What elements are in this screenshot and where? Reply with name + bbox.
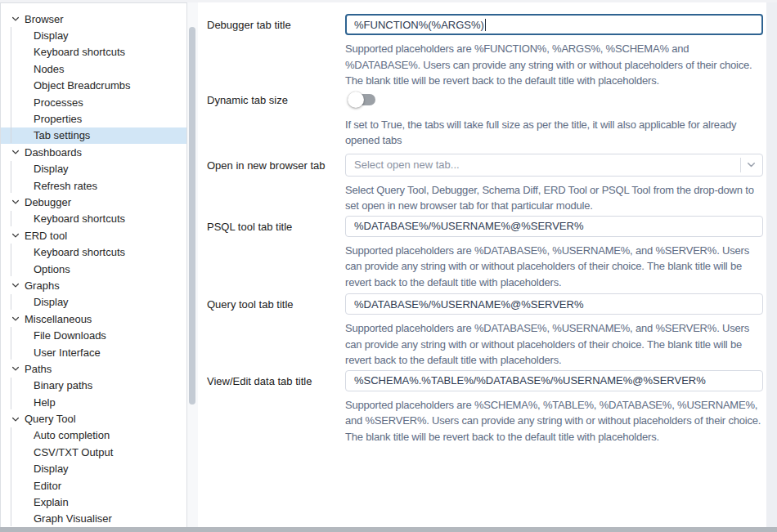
dynamic-tab-size-label: Dynamic tab size [207, 92, 345, 149]
psql-tool-tab-title-label: PSQL tool tab title [207, 216, 345, 291]
psql-tool-tab-title-control-area: Supported placeholders are %DATABASE%, %… [345, 216, 763, 291]
tree-group-browser[interactable]: Browser [1, 11, 186, 27]
view-edit-data-tab-title-help: Supported placeholders are %SCHEMA%, %TA… [345, 397, 763, 445]
tab-settings-form: Debugger tab title%FUNCTION%(%ARGS%)Supp… [207, 14, 763, 445]
chevron-down-icon [11, 14, 20, 24]
tree-item-label: Editor [34, 480, 61, 492]
query-tool-tab-title-label: Query tool tab title [207, 293, 345, 369]
debugger-tab-title-control-area: %FUNCTION%(%ARGS%)Supported placeholders… [345, 14, 763, 89]
chevron-down-icon[interactable] [745, 159, 757, 171]
preferences-tree: BrowserDisplayKeyboard shortcutsNodesObj… [1, 3, 186, 527]
tree-group-miscellaneous[interactable]: Miscellaneous [1, 311, 186, 327]
tree-children-graphs: Display [1, 294, 186, 311]
tree-item-display[interactable]: Display [1, 461, 186, 477]
tree-item-label: Tab settings [34, 129, 90, 141]
tree-item-label: Display [34, 29, 69, 42]
tree-item-label: Object Breadcrumbs [34, 79, 131, 92]
view-edit-data-tab-title-label: View/Edit data tab title [207, 370, 345, 445]
tree-item-object-breadcrumbs[interactable]: Object Breadcrumbs [1, 78, 186, 94]
tree-item-graph-visualiser[interactable]: Graph Visualiser [1, 511, 186, 527]
tree-item-options[interactable]: Options [1, 261, 186, 277]
open-in-new-browser-tab-control-area: Select open new tab...Select Query Tool,… [345, 154, 763, 214]
tree-item-label: Processes [34, 96, 83, 109]
tree-item-display[interactable]: Display [1, 27, 186, 43]
tree-group-graphs[interactable]: Graphs [1, 277, 186, 293]
tab-settings-panel: Debugger tab title%FUNCTION%(%ARGS%)Supp… [198, 2, 766, 527]
select-divider [740, 158, 741, 172]
tree-item-processes[interactable]: Processes [1, 94, 186, 110]
tree-item-file-downloads[interactable]: File Downloads [1, 327, 186, 343]
tree-item-display[interactable]: Display [1, 161, 186, 177]
debugger-tab-title-help: Supported placeholders are %FUNCTION%, %… [345, 41, 763, 89]
preferences-dialog: BrowserDisplayKeyboard shortcutsNodesObj… [0, 0, 777, 532]
open-in-new-browser-tab-label: Open in new browser tab [207, 154, 345, 214]
tree-group-erd-tool[interactable]: ERD tool [1, 227, 186, 244]
tree-item-csv-txt-output[interactable]: CSV/TXT Output [1, 444, 186, 460]
tree-item-label: Display [34, 296, 69, 308]
tree-children-query-tool: Auto completionCSV/TXT OutputDisplayEdit… [1, 427, 186, 527]
tree-item-help[interactable]: Help [1, 394, 186, 410]
tree-item-keyboard-shortcuts[interactable]: Keyboard shortcuts [1, 44, 186, 60]
tree-item-label: Graph Visualiser [34, 512, 112, 525]
dynamic-tab-size-control-area: If set to True, the tabs will take full … [345, 92, 763, 149]
form-row-query-tool-tab-title: Query tool tab titleSupported placeholde… [207, 293, 763, 369]
tree-item-label: Explain [34, 496, 69, 508]
form-row-psql-tool-tab-title: PSQL tool tab titleSupported placeholder… [207, 216, 763, 291]
content-scrollbar-track[interactable] [766, 2, 777, 527]
tree-group-label: Miscellaneous [25, 313, 92, 325]
debugger-tab-title-label: Debugger tab title [207, 14, 345, 89]
dynamic-tab-size-toggle[interactable] [348, 92, 378, 108]
psql-tool-tab-title-input[interactable] [345, 216, 763, 237]
open-in-new-browser-tab-help: Select Query Tool, Debugger, Schema Diff… [345, 182, 763, 214]
tree-item-label: Keyboard shortcuts [34, 212, 125, 225]
form-row-open-in-new-browser-tab: Open in new browser tabSelect open new t… [207, 154, 763, 214]
tree-item-nodes[interactable]: Nodes [1, 60, 186, 77]
open-in-new-browser-tab-select[interactable]: Select open new tab... [345, 154, 763, 177]
tree-item-auto-completion[interactable]: Auto completion [1, 427, 186, 444]
tree-children-paths: Binary pathsHelp [1, 378, 186, 411]
tree-group-query-tool[interactable]: Query Tool [1, 410, 186, 427]
tree-group-dashboards[interactable]: Dashboards [1, 144, 186, 160]
query-tool-tab-title-input[interactable] [345, 293, 763, 315]
tree-item-binary-paths[interactable]: Binary paths [1, 378, 186, 394]
dynamic-tab-size-help: If set to True, the tabs will take full … [345, 117, 763, 149]
tree-item-user-interface[interactable]: User Interface [1, 344, 186, 360]
tree-item-label: Keyboard shortcuts [34, 46, 125, 58]
tree-item-tab-settings[interactable]: Tab settings [1, 127, 186, 144]
tree-item-label: Display [34, 163, 69, 175]
text-caret [485, 19, 486, 31]
tree-group-label: Dashboards [25, 146, 82, 159]
tree-group-label: Graphs [25, 279, 60, 292]
toggle-knob [348, 92, 364, 108]
tree-item-display[interactable]: Display [1, 294, 186, 311]
tree-children-miscellaneous: File DownloadsUser Interface [1, 327, 186, 360]
tree-item-keyboard-shortcuts[interactable]: Keyboard shortcuts [1, 244, 186, 260]
preferences-main: BrowserDisplayKeyboard shortcutsNodesObj… [0, 2, 777, 527]
chevron-down-icon [11, 280, 20, 290]
tree-group-label: Debugger [25, 196, 71, 208]
tree-item-label: Display [34, 463, 69, 475]
tree-item-label: File Downloads [34, 329, 106, 342]
tree-item-explain[interactable]: Explain [1, 494, 186, 510]
form-row-debugger-tab-title: Debugger tab title%FUNCTION%(%ARGS%)Supp… [207, 14, 763, 89]
tree-item-editor[interactable]: Editor [1, 477, 186, 494]
tree-item-refresh-rates[interactable]: Refresh rates [1, 177, 186, 194]
tree-group-debugger[interactable]: Debugger [1, 194, 186, 210]
tree-children-browser: DisplayKeyboard shortcutsNodesObject Bre… [1, 27, 186, 144]
tree-group-label: Query Tool [25, 413, 76, 425]
tree-children-debugger: Keyboard shortcuts [1, 211, 186, 227]
tree-children-erd-tool: Keyboard shortcutsOptions [1, 244, 186, 277]
debugger-tab-title-input[interactable]: %FUNCTION%(%ARGS%) [345, 14, 763, 35]
query-tool-tab-title-help: Supported placeholders are %DATABASE%, %… [345, 320, 763, 369]
view-edit-data-tab-title-input[interactable] [345, 370, 763, 391]
sidebar-scrollbar-thumb[interactable] [189, 27, 195, 405]
tree-group-label: Browser [25, 13, 64, 25]
tree-group-paths[interactable]: Paths [1, 360, 186, 377]
tree-item-properties[interactable]: Properties [1, 110, 186, 127]
tree-item-keyboard-shortcuts[interactable]: Keyboard shortcuts [1, 211, 186, 227]
chevron-down-icon [11, 314, 20, 324]
tree-item-label: Auto completion [34, 429, 110, 441]
sidebar-scrollbar-track[interactable] [187, 2, 198, 527]
chevron-down-icon [11, 197, 20, 207]
tree-item-label: Keyboard shortcuts [34, 246, 125, 258]
